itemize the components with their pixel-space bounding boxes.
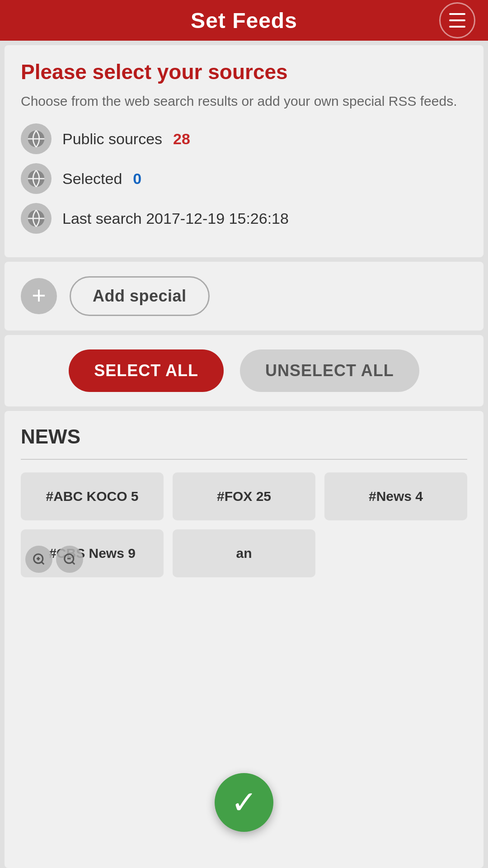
checkmark-icon: ✓ (231, 787, 258, 818)
selected-value: 0 (133, 170, 141, 188)
news-item-label: #ABC KOCO 5 (46, 489, 138, 504)
zoom-in-icon[interactable] (25, 546, 52, 573)
news-item-abc[interactable]: #ABC KOCO 5 (21, 472, 164, 520)
add-special-card: + Add special (5, 262, 483, 330)
last-search-row: Last search 2017-12-19 15:26:18 (21, 203, 467, 234)
add-special-plus-button[interactable]: + (21, 278, 57, 314)
sources-description: Choose from the web search results or ad… (21, 92, 467, 111)
news-item-cbs[interactable]: #CBS News 9 (21, 529, 164, 577)
plus-icon: + (32, 283, 46, 307)
page-title: Set Feeds (191, 8, 297, 33)
news-item-fox[interactable]: #FOX 25 (173, 472, 315, 520)
news-item-label: #FOX 25 (217, 489, 271, 504)
news-item-label: #News 4 (369, 489, 423, 504)
public-sources-value: 28 (173, 130, 190, 148)
public-sources-row: Public sources 28 (21, 123, 467, 154)
svg-line-8 (72, 562, 75, 564)
news-item-news4[interactable]: #News 4 (324, 472, 467, 520)
zoom-overlay (25, 546, 83, 573)
app-header: Set Feeds (0, 0, 488, 41)
unselect-all-button[interactable]: UNSELECT ALL (240, 349, 419, 392)
menu-icon-line3 (449, 26, 465, 28)
selected-icon (21, 163, 52, 194)
menu-icon-line2 (449, 19, 465, 21)
zoom-out-icon[interactable] (56, 546, 83, 573)
last-search-icon (21, 203, 52, 234)
selected-row: Selected 0 (21, 163, 467, 194)
last-search-label: Last search 2017-12-19 15:26:18 (62, 210, 289, 227)
news-item-label: an (236, 546, 252, 561)
news-grid: #ABC KOCO 5 #FOX 25 #News 4 #CBS News 9 (21, 472, 467, 577)
add-special-button[interactable]: Add special (70, 276, 210, 316)
select-card: SELECT ALL UNSELECT ALL (5, 335, 483, 406)
sources-headline: Please select your sources (21, 60, 467, 85)
news-divider (21, 459, 467, 460)
info-card: Please select your sources Choose from t… (5, 45, 483, 257)
select-all-button[interactable]: SELECT ALL (69, 349, 224, 392)
selected-label: Selected (62, 170, 122, 188)
public-sources-icon (21, 123, 52, 154)
menu-icon-line1 (449, 13, 465, 15)
confirm-fab[interactable]: ✓ (215, 773, 273, 832)
menu-button[interactable] (439, 2, 475, 38)
news-section-title: NEWS (21, 425, 467, 448)
public-sources-label: Public sources (62, 130, 162, 148)
svg-line-4 (42, 562, 44, 564)
news-item-unknown[interactable]: an (173, 529, 315, 577)
